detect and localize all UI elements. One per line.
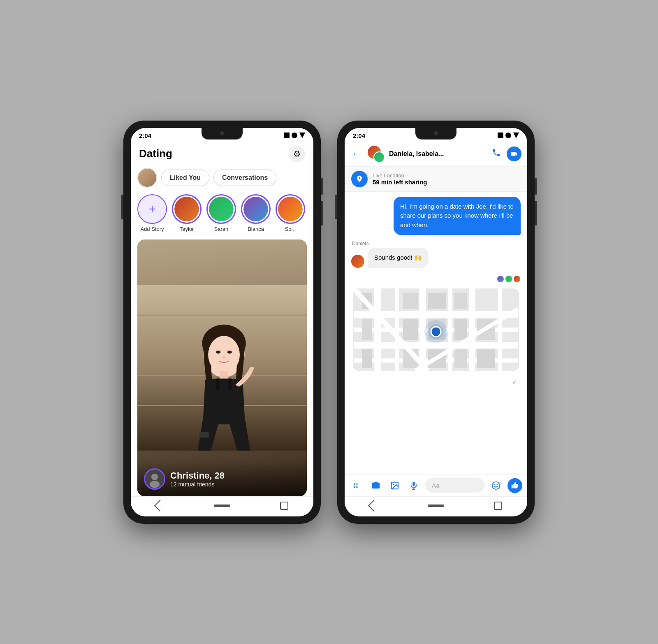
location-icon [351, 171, 368, 187]
story-photo-taylor [174, 197, 199, 221]
liked-you-tab[interactable]: Liked You [161, 170, 209, 186]
svg-point-60 [494, 484, 496, 485]
story-label-sp: Sp... [285, 226, 296, 232]
profile-overlay-avatar [144, 468, 165, 490]
location-map[interactable] [353, 288, 519, 371]
profile-card-background [137, 239, 307, 496]
svg-rect-31 [428, 293, 446, 309]
svg-rect-15 [199, 432, 209, 437]
profile-name: Christine, 28 [170, 470, 225, 481]
map-svg [353, 288, 519, 371]
messenger-action-buttons [492, 146, 521, 161]
story-inner-bianca [243, 197, 268, 221]
svg-point-11 [223, 356, 225, 358]
back-button[interactable]: ← [350, 147, 363, 161]
story-label-taylor: Taylor [180, 226, 194, 232]
story-sarah[interactable]: Sarah [206, 194, 236, 232]
live-location-bar[interactable]: Live Location 59 min left sharing [345, 167, 527, 192]
image-button[interactable] [387, 478, 402, 493]
like-send-button[interactable] [507, 478, 522, 493]
svg-point-50 [354, 483, 355, 485]
story-sp[interactable]: Sp... [276, 194, 305, 232]
nav-home-button-2[interactable] [428, 505, 444, 507]
conversation-name: Daniela, Isabela... [389, 150, 488, 158]
svg-point-18 [150, 481, 160, 488]
volume-down-button [321, 201, 323, 226]
volume-up-button [535, 178, 537, 195]
profile-info-overlay: Christine, 28 12 mutual friends [137, 462, 307, 496]
svg-rect-37 [454, 319, 467, 340]
story-circle-sarah[interactable] [206, 194, 236, 224]
receipt-avatar-3 [497, 275, 504, 283]
svg-point-49 [431, 327, 441, 337]
svg-point-51 [356, 483, 358, 485]
story-circle-bianca[interactable] [241, 194, 271, 224]
svg-point-59 [492, 481, 500, 489]
dating-app-title: Dating [139, 147, 172, 160]
story-circle-sp[interactable] [276, 194, 305, 224]
status-icons-2 [498, 133, 519, 138]
story-inner-sarah [209, 197, 234, 221]
messenger-app-content: ← Daniela, Isabela... [345, 142, 527, 496]
nav-recents-button[interactable] [280, 502, 288, 510]
story-circle-taylor[interactable] [172, 194, 202, 224]
nav-back-button-2[interactable] [368, 500, 380, 511]
svg-rect-56 [412, 481, 415, 486]
story-photo-sp [278, 197, 303, 221]
incoming-bubble: Sounds good! 🙌 [368, 248, 429, 268]
message-input-bar: Aa [345, 474, 527, 496]
svg-point-55 [393, 484, 394, 485]
profile-info-text: Christine, 28 12 mutual friends [170, 470, 225, 488]
gear-icon: ⚙ [293, 149, 301, 159]
nav-home-button[interactable] [214, 505, 230, 507]
volume-up-button [321, 178, 323, 195]
svg-rect-25 [395, 288, 399, 371]
emoji-button[interactable] [489, 478, 503, 493]
live-location-text: Live Location 59 min left sharing [373, 172, 427, 186]
story-bianca[interactable]: Bianca [241, 194, 271, 232]
svg-rect-13 [216, 378, 219, 389]
signal-icon-2 [498, 133, 503, 138]
svg-point-61 [496, 484, 498, 485]
story-photo-sarah [209, 197, 234, 221]
svg-point-9 [216, 350, 220, 353]
story-taylor[interactable]: Taylor [172, 194, 202, 232]
stories-row: + Add Story Taylor [131, 190, 313, 236]
nav-recents-button-2[interactable] [494, 502, 502, 510]
power-button [335, 195, 337, 219]
user-avatar[interactable] [137, 168, 157, 188]
more-options-button[interactable] [350, 478, 364, 493]
conversations-tab[interactable]: Conversations [213, 170, 276, 186]
svg-point-17 [151, 474, 158, 480]
battery-icon [299, 133, 305, 138]
svg-point-10 [227, 350, 232, 353]
bottom-navigation [131, 496, 313, 516]
microphone-button[interactable] [406, 478, 421, 493]
dating-header: Dating ⚙ [131, 142, 313, 165]
phone-dating: 2:04 Dating ⚙ Li [123, 121, 321, 524]
map-background [353, 288, 519, 371]
signal-icon [284, 133, 290, 138]
svg-rect-43 [477, 349, 495, 368]
add-story-item[interactable]: + Add Story [137, 194, 167, 232]
story-label-bianca: Bianca [248, 226, 264, 232]
profile-card[interactable]: Christine, 28 12 mutual friends [137, 239, 307, 496]
svg-rect-29 [498, 288, 502, 371]
svg-point-53 [356, 486, 358, 488]
camera-button[interactable] [368, 478, 383, 493]
message-text-input[interactable]: Aa [425, 478, 484, 493]
incoming-message-group: Daniela Sounds good! 🙌 [351, 241, 521, 268]
power-button [121, 195, 123, 219]
nav-back-button[interactable] [154, 500, 166, 511]
outgoing-message: Hi, I'm going on a date with Joe. I'd li… [394, 197, 521, 235]
add-story-circle[interactable]: + [137, 194, 167, 224]
profile-photo [137, 239, 307, 496]
bottom-navigation-2 [345, 496, 527, 516]
settings-button[interactable]: ⚙ [289, 146, 305, 162]
svg-point-8 [208, 336, 240, 374]
phone-call-button[interactable] [492, 148, 501, 159]
camera-dot-2 [434, 131, 438, 135]
camera-dot [220, 131, 224, 135]
video-call-button[interactable] [507, 146, 521, 161]
svg-point-52 [354, 486, 355, 488]
